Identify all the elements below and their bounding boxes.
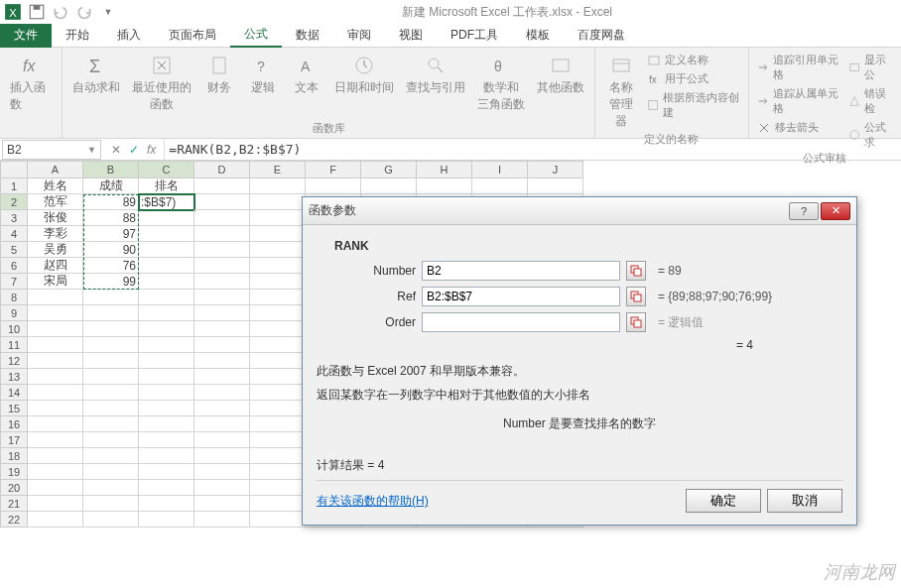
col-header-G[interactable]: G: [361, 161, 417, 178]
cell-A15[interactable]: [28, 401, 83, 416]
financial-button[interactable]: 财务: [199, 52, 239, 98]
cell-E16[interactable]: [250, 416, 306, 432]
cell-B8[interactable]: [83, 290, 139, 305]
row-header-9[interactable]: 9: [0, 305, 28, 321]
cell-C3[interactable]: [139, 210, 194, 226]
cell-C21[interactable]: [139, 496, 194, 512]
tab-home[interactable]: 开始: [52, 24, 103, 48]
cell-D19[interactable]: [194, 464, 250, 480]
row-header-3[interactable]: 3: [0, 210, 28, 226]
more-fn-button[interactable]: 其他函数: [533, 52, 588, 98]
row-header-12[interactable]: 12: [0, 353, 28, 369]
cell-A7[interactable]: 宋局: [28, 274, 83, 290]
cell-C5[interactable]: [139, 242, 194, 258]
cell-D2[interactable]: [194, 194, 250, 210]
row-header-15[interactable]: 15: [0, 401, 28, 416]
tab-file[interactable]: 文件: [0, 24, 52, 48]
cell-G1[interactable]: [361, 178, 417, 194]
row-header-4[interactable]: 4: [0, 226, 28, 242]
cell-E2[interactable]: [250, 194, 306, 210]
cell-C11[interactable]: [139, 337, 194, 353]
cell-C16[interactable]: [139, 416, 194, 432]
cell-E3[interactable]: [250, 210, 306, 226]
cell-H1[interactable]: [417, 178, 472, 194]
undo-icon[interactable]: [52, 3, 69, 21]
cell-C12[interactable]: [139, 353, 194, 369]
tab-formulas[interactable]: 公式: [230, 24, 282, 48]
col-header-J[interactable]: J: [528, 161, 583, 178]
redo-icon[interactable]: [75, 3, 93, 21]
cell-B17[interactable]: [83, 432, 139, 448]
cell-E7[interactable]: [250, 274, 306, 290]
cell-D22[interactable]: [194, 512, 250, 528]
cell-A2[interactable]: 范军: [28, 194, 83, 210]
cell-E1[interactable]: [250, 178, 306, 194]
name-box[interactable]: B2 ▼: [2, 140, 101, 160]
cell-D7[interactable]: [194, 274, 250, 290]
chevron-down-icon[interactable]: ▼: [87, 145, 96, 155]
cell-B3[interactable]: 88: [83, 210, 139, 226]
logical-button[interactable]: ?逻辑: [243, 52, 283, 98]
cell-B21[interactable]: [83, 496, 139, 512]
show-formulas-button[interactable]: 显示公: [846, 52, 895, 83]
cell-D9[interactable]: [194, 305, 250, 321]
tab-templates[interactable]: 模板: [512, 24, 564, 48]
row-header-22[interactable]: 22: [0, 512, 28, 528]
cell-D5[interactable]: [194, 242, 250, 258]
row-header-1[interactable]: 1: [0, 178, 28, 194]
cell-B18[interactable]: [83, 448, 139, 464]
cell-B16[interactable]: [83, 416, 139, 432]
cell-D16[interactable]: [194, 416, 250, 432]
cell-I1[interactable]: [472, 178, 528, 194]
cell-B14[interactable]: [83, 385, 139, 401]
cell-E18[interactable]: [250, 448, 306, 464]
cell-E8[interactable]: [250, 290, 306, 305]
cell-C17[interactable]: [139, 432, 194, 448]
range-select-icon[interactable]: [626, 287, 646, 306]
tab-insert[interactable]: 插入: [103, 24, 155, 48]
cell-D20[interactable]: [194, 480, 250, 496]
cell-E6[interactable]: [250, 258, 306, 274]
dialog-titlebar[interactable]: 函数参数 ? ✕: [303, 197, 856, 225]
tab-review[interactable]: 审阅: [333, 24, 385, 48]
cancel-icon[interactable]: ✕: [111, 143, 121, 157]
cell-E14[interactable]: [250, 385, 306, 401]
cell-C19[interactable]: [139, 464, 194, 480]
cell-D10[interactable]: [194, 321, 250, 337]
col-header-E[interactable]: E: [250, 161, 306, 178]
cell-C10[interactable]: [139, 321, 194, 337]
cell-E13[interactable]: [250, 369, 306, 385]
cell-A3[interactable]: 张俊: [28, 210, 83, 226]
cell-E10[interactable]: [250, 321, 306, 337]
cell-A8[interactable]: [28, 290, 83, 305]
row-header-17[interactable]: 17: [0, 432, 28, 448]
cancel-button[interactable]: 取消: [767, 489, 842, 513]
cell-D21[interactable]: [194, 496, 250, 512]
text-fn-button[interactable]: A文本: [287, 52, 326, 98]
cell-D11[interactable]: [194, 337, 250, 353]
cell-A13[interactable]: [28, 369, 83, 385]
tab-data[interactable]: 数据: [282, 24, 333, 48]
cell-D12[interactable]: [194, 353, 250, 369]
save-icon[interactable]: [28, 3, 46, 21]
cell-E17[interactable]: [250, 432, 306, 448]
cell-A19[interactable]: [28, 464, 83, 480]
cell-A12[interactable]: [28, 353, 83, 369]
row-header-13[interactable]: 13: [0, 369, 28, 385]
tab-pdf[interactable]: PDF工具: [437, 24, 512, 48]
cell-A9[interactable]: [28, 305, 83, 321]
col-header-B[interactable]: B: [83, 161, 139, 178]
row-header-20[interactable]: 20: [0, 480, 28, 496]
cell-C20[interactable]: [139, 480, 194, 496]
cell-E12[interactable]: [250, 353, 306, 369]
cell-B11[interactable]: [83, 337, 139, 353]
cell-A18[interactable]: [28, 448, 83, 464]
trace-precedents-button[interactable]: 追踪引用单元格: [755, 52, 842, 83]
cell-C6[interactable]: [139, 258, 194, 274]
tab-baidu[interactable]: 百度网盘: [564, 24, 639, 48]
col-header-F[interactable]: F: [306, 161, 361, 178]
cell-D15[interactable]: [194, 401, 250, 416]
row-header-8[interactable]: 8: [0, 290, 28, 305]
cell-D6[interactable]: [194, 258, 250, 274]
fn-help-link[interactable]: 有关该函数的帮助(H): [317, 493, 429, 510]
